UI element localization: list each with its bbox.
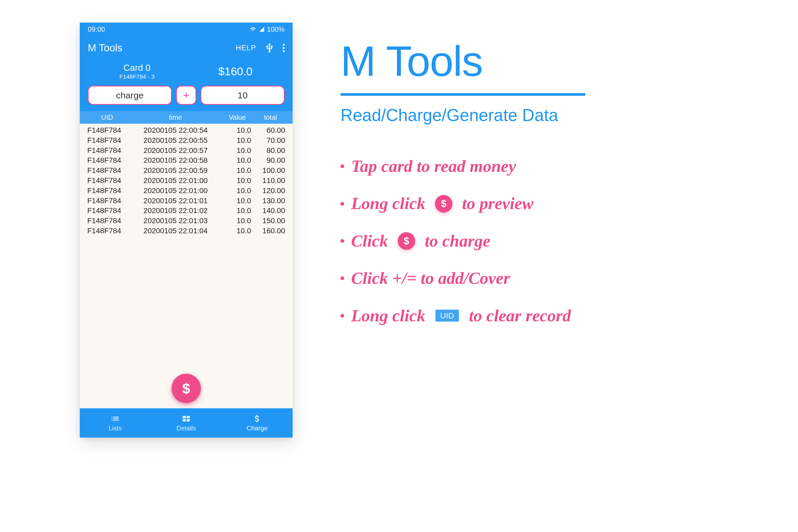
cell-total: 140.00 <box>253 206 288 216</box>
table-row[interactable]: F148F78420200105 22:00:5710.080.00 <box>84 146 288 156</box>
cell-total: 130.00 <box>253 196 288 206</box>
header-value: Value <box>221 113 253 121</box>
bottom-nav: Lists Details Charge <box>80 408 292 438</box>
charge-amount-input[interactable]: 10 <box>201 86 285 105</box>
promo-text: to charge <box>425 232 491 250</box>
uid-chip: UID <box>435 310 459 322</box>
promo-text: Click +/= to add/Cover <box>351 269 510 288</box>
promo-panel: M Tools Read/Charge/Generate Data Tap ca… <box>341 40 753 325</box>
cell-total: 70.00 <box>253 135 288 146</box>
bullet-icon <box>341 239 344 243</box>
phone-mockup: 09:00 100% M Tools HELP Card 0 F148F784 … <box>80 23 292 438</box>
cell-total: 160.00 <box>253 226 288 236</box>
table-row[interactable]: F148F78420200105 22:01:0010.0120.00 <box>84 186 288 196</box>
cell-value: 10.0 <box>221 155 253 166</box>
header-time: time <box>130 113 221 121</box>
nav-details-label: Details <box>176 424 196 432</box>
charge-label-button[interactable]: charge <box>88 86 172 105</box>
charge-mode-toggle[interactable]: + <box>176 86 196 105</box>
table-row[interactable]: F148F78420200105 22:00:5410.060.00 <box>84 125 288 135</box>
table-body[interactable]: F148F78420200105 22:00:5410.060.00F148F7… <box>80 124 292 408</box>
cell-total: 150.00 <box>253 216 288 226</box>
cell-time: 20200105 22:00:57 <box>130 146 221 156</box>
promo-item-addcover: Click +/= to add/Cover <box>341 269 753 288</box>
promo-item-charge: Click $ to charge <box>341 232 753 250</box>
table-row[interactable]: F148F78420200105 22:00:5810.090.00 <box>84 155 288 166</box>
charge-fab[interactable]: $ <box>172 374 201 403</box>
cell-uid: F148F784 <box>84 155 130 166</box>
signal-icon <box>259 26 265 32</box>
cell-value: 10.0 <box>221 135 253 146</box>
cell-uid: F148F784 <box>84 206 130 216</box>
nav-lists[interactable]: Lists <box>80 408 151 438</box>
cell-uid: F148F784 <box>84 196 130 206</box>
cell-uid: F148F784 <box>84 166 130 175</box>
promo-list: Tap card to read money Long click $ to p… <box>341 157 753 325</box>
cell-value: 10.0 <box>221 196 253 206</box>
bullet-icon <box>341 202 344 206</box>
cell-total: 100.00 <box>253 166 288 175</box>
cell-time: 20200105 22:00:59 <box>130 166 221 175</box>
table-row[interactable]: F148F78420200105 22:01:0410.0160.00 <box>84 226 288 236</box>
card-subtitle: F148F784 - 3 <box>88 73 186 80</box>
cell-uid: F148F784 <box>84 135 130 146</box>
charge-controls: charge + 10 <box>80 86 292 111</box>
table-row[interactable]: F148F78420200105 22:01:0010.0110.00 <box>84 175 288 186</box>
details-icon <box>182 414 191 423</box>
app-title: M Tools <box>88 42 122 54</box>
nav-details[interactable]: Details <box>151 408 222 438</box>
promo-text: Click <box>351 232 388 250</box>
table-header[interactable]: UID time Value total <box>80 111 292 124</box>
cell-time: 20200105 22:01:00 <box>130 186 221 196</box>
promo-text: Tap card to read money <box>351 157 516 175</box>
cell-total: 80.00 <box>253 146 288 156</box>
cell-uid: F148F784 <box>84 216 130 226</box>
cell-value: 10.0 <box>221 166 253 175</box>
cell-value: 10.0 <box>221 175 253 186</box>
promo-title: M Tools <box>341 40 753 82</box>
cell-value: 10.0 <box>221 206 253 216</box>
promo-text: Long click <box>351 306 425 325</box>
app-bar: M Tools HELP <box>80 36 292 60</box>
help-button[interactable]: HELP <box>236 44 256 52</box>
card-name: Card 0 <box>88 62 186 73</box>
bullet-icon <box>341 314 344 318</box>
card-info[interactable]: Card 0 F148F784 - 3 <box>88 62 186 80</box>
cell-total: 110.00 <box>253 175 288 186</box>
dollar-fab-icon: $ <box>435 195 453 212</box>
promo-text: to clear record <box>469 306 571 325</box>
bullet-icon <box>341 277 344 280</box>
table-row[interactable]: F148F78420200105 22:01:0210.0140.00 <box>84 206 288 216</box>
cell-value: 10.0 <box>221 186 253 196</box>
bullet-icon <box>341 165 344 168</box>
usb-icon[interactable] <box>264 42 275 53</box>
table-row[interactable]: F148F78420200105 22:00:5510.070.00 <box>84 135 288 146</box>
cell-value: 10.0 <box>221 125 253 135</box>
table-row[interactable]: F148F78420200105 22:01:0110.0130.00 <box>84 196 288 206</box>
table-row[interactable]: F148F78420200105 22:01:0310.0150.00 <box>84 216 288 226</box>
overflow-menu-icon[interactable] <box>283 44 285 52</box>
nav-charge[interactable]: Charge <box>222 408 292 438</box>
header-uid[interactable]: UID <box>84 113 130 121</box>
promo-text: Long click <box>351 194 425 213</box>
cell-uid: F148F784 <box>84 226 130 236</box>
cell-value: 10.0 <box>221 226 253 236</box>
cell-total: 90.00 <box>253 155 288 166</box>
cell-time: 20200105 22:01:01 <box>130 196 221 206</box>
status-bar: 09:00 100% <box>80 23 292 36</box>
wifi-icon <box>249 26 256 32</box>
cell-time: 20200105 22:01:04 <box>130 226 221 236</box>
cell-uid: F148F784 <box>84 186 130 196</box>
cell-value: 10.0 <box>221 216 253 226</box>
nav-lists-label: Lists <box>109 424 122 432</box>
promo-item-clear: Long click UID to clear record <box>341 306 753 325</box>
table-row[interactable]: F148F78420200105 22:00:5910.0100.00 <box>84 166 288 175</box>
promo-divider <box>341 93 585 96</box>
cell-time: 20200105 22:01:00 <box>130 175 221 186</box>
promo-subtitle: Read/Charge/Generate Data <box>341 105 753 125</box>
dollar-icon <box>252 414 262 423</box>
cell-total: 120.00 <box>253 186 288 196</box>
cell-uid: F148F784 <box>84 146 130 156</box>
card-balance: $160.0 <box>186 65 285 78</box>
status-battery: 100% <box>267 25 285 34</box>
